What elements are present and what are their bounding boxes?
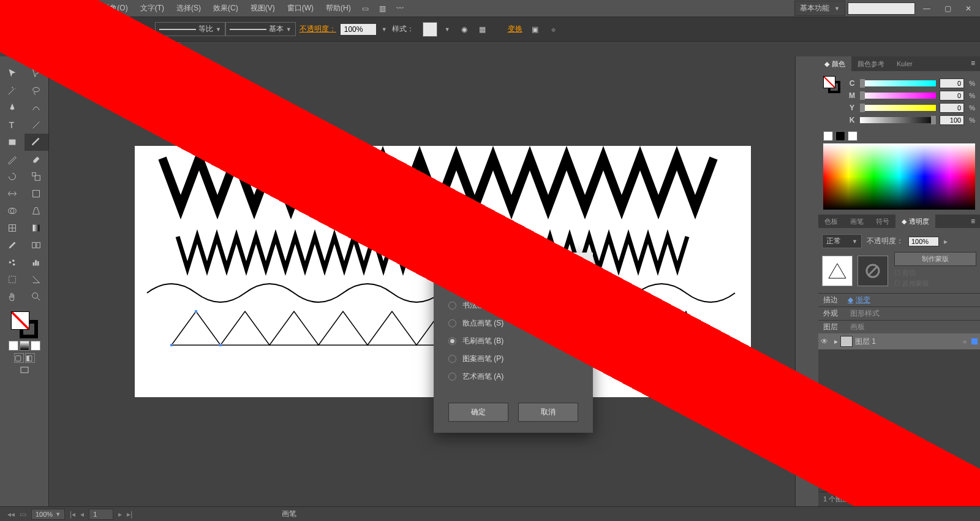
next-artboard-icon[interactable]: ▸: [116, 510, 124, 519]
last-artboard-icon[interactable]: ▸|: [124, 510, 135, 519]
toggle-icon[interactable]: ▭: [17, 510, 29, 519]
artboard-nav-input[interactable]: 1: [89, 509, 113, 520]
none-swatch-mini[interactable]: [823, 131, 833, 141]
right-panel-group: ◆颜色 颜色参考 Kuler ≡ C0% M0% Y0% K100%: [818, 56, 980, 506]
zoom-dropdown[interactable]: 100%▼: [31, 509, 65, 520]
status-bar: ◂◂ ▭ 100%▼ |◂ ◂ 1 ▸ ▸| 画笔: [0, 506, 980, 521]
first-artboard-icon[interactable]: |◂: [67, 510, 78, 519]
collapse-icon[interactable]: ◂◂: [5, 510, 17, 519]
status-brush-label: 画笔: [282, 509, 296, 519]
prev-artboard-icon[interactable]: ◂: [78, 510, 86, 519]
